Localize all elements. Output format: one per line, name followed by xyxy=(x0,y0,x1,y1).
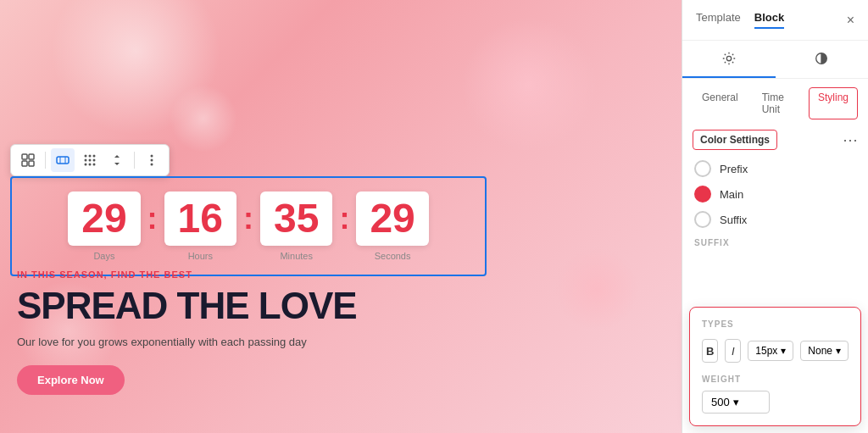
weight-chevron: ▾ xyxy=(733,396,739,408)
countdown-hours-value: 16 xyxy=(164,192,236,246)
decoration-select[interactable]: None ▾ xyxy=(800,341,849,361)
svg-rect-2 xyxy=(22,161,27,166)
color-option-suffix[interactable]: Suffix xyxy=(694,211,856,228)
countdown-hours-label: Hours xyxy=(188,251,213,261)
svg-point-7 xyxy=(85,155,87,158)
grid-icon xyxy=(84,154,96,166)
color-circle-suffix xyxy=(694,211,711,228)
block-icon-button[interactable] xyxy=(16,148,40,172)
svg-point-11 xyxy=(89,159,92,162)
suffix-section-label: SUFFIX xyxy=(694,238,730,247)
block-toolbar xyxy=(10,144,170,176)
panel-close-button[interactable]: × xyxy=(847,13,854,28)
color-label-suffix: Suffix xyxy=(720,214,747,226)
svg-point-18 xyxy=(151,164,153,166)
svg-point-14 xyxy=(89,164,92,166)
svg-rect-4 xyxy=(57,157,69,164)
vertical-dots-icon xyxy=(150,154,153,166)
toolbar-divider xyxy=(134,152,135,169)
types-label: TYPES xyxy=(702,319,849,329)
explore-button[interactable]: Explore Now xyxy=(17,365,125,395)
decorative-blob xyxy=(554,247,639,331)
weight-value: 500 xyxy=(711,396,730,408)
countdown-item-days: 29 Days xyxy=(68,192,140,261)
countdown-sep-3: : xyxy=(332,201,356,236)
weight-select[interactable]: 500 ▾ xyxy=(702,391,770,414)
toolbar-divider xyxy=(45,152,46,169)
settings-panel: Template Block × General Time Unit Styli… xyxy=(682,0,868,433)
gear-icon xyxy=(721,51,737,66)
layout-icon xyxy=(21,153,35,167)
decoration-chevron: ▾ xyxy=(836,345,841,357)
svg-point-12 xyxy=(93,159,96,162)
canvas-subtitle: In this season, find the best xyxy=(17,269,487,280)
svg-rect-0 xyxy=(22,154,27,159)
color-label-main: Main xyxy=(720,188,743,201)
more-options-button[interactable] xyxy=(140,148,164,172)
countdown-icon xyxy=(56,153,70,167)
panel-header: Template Block × xyxy=(682,0,868,41)
tab-block[interactable]: Block xyxy=(754,11,784,29)
panel-sub-tabs: General Time Unit Styling xyxy=(682,79,868,119)
subtab-time-unit[interactable]: Time Unit xyxy=(753,87,804,119)
color-settings-title: Color Settings xyxy=(693,130,777,150)
panel-icon-tabs xyxy=(682,41,868,79)
arrows-icon xyxy=(112,154,122,166)
panel-main-tabs: Template Block xyxy=(696,11,784,29)
svg-rect-1 xyxy=(29,154,34,159)
svg-point-16 xyxy=(151,155,153,158)
canvas-title: Spread The Love xyxy=(17,286,487,325)
canvas-content: In this season, find the best Spread The… xyxy=(17,269,487,395)
tab-general-icon[interactable] xyxy=(682,41,776,78)
subtab-styling[interactable]: Styling xyxy=(809,87,858,119)
color-circle-main xyxy=(694,186,711,203)
countdown-minutes-value: 35 xyxy=(260,192,332,246)
svg-point-17 xyxy=(151,159,153,162)
grid-icon-button[interactable] xyxy=(78,148,102,172)
countdown-seconds-label: Seconds xyxy=(375,251,411,261)
color-circle-prefix xyxy=(694,160,711,177)
countdown-item-seconds: 29 Seconds xyxy=(356,192,428,261)
color-option-prefix[interactable]: Prefix xyxy=(694,160,856,177)
tab-template[interactable]: Template xyxy=(696,11,741,29)
countdown-sep-1: : xyxy=(141,201,164,236)
svg-point-19 xyxy=(726,56,731,60)
color-label-prefix: Prefix xyxy=(720,163,748,175)
canvas-description: Our love for you grows exponentially wit… xyxy=(17,336,487,348)
arrows-button[interactable] xyxy=(105,148,129,172)
color-settings-section: Color Settings ⋯ xyxy=(682,119,868,157)
svg-point-8 xyxy=(89,155,92,158)
font-size-value: 15px xyxy=(755,345,777,357)
countdown-block[interactable]: 29 Days : 16 Hours : 35 Minutes : 29 Sec… xyxy=(10,176,487,276)
font-size-chevron: ▾ xyxy=(781,345,786,357)
svg-point-9 xyxy=(93,155,96,158)
svg-point-13 xyxy=(85,164,87,166)
svg-point-10 xyxy=(85,159,87,162)
section-more-button[interactable]: ⋯ xyxy=(843,132,858,147)
countdown-days-value: 29 xyxy=(68,192,140,246)
decoration-value: None xyxy=(808,345,832,357)
svg-point-15 xyxy=(93,164,96,166)
countdown-icon-button[interactable] xyxy=(51,148,75,172)
color-options-list: Prefix Main Suffix xyxy=(682,157,868,231)
countdown-minutes-label: Minutes xyxy=(280,251,313,261)
decorative-blob xyxy=(170,85,237,153)
countdown-item-minutes: 35 Minutes xyxy=(260,192,332,261)
suffix-label-bar: SUFFIX xyxy=(682,231,868,251)
suffix-popup: TYPES B I 15px ▾ None ▾ WEIGHT 500 ▾ xyxy=(689,307,861,426)
countdown-item-hours: 16 Hours xyxy=(164,192,236,261)
color-option-main[interactable]: Main xyxy=(694,186,856,203)
contrast-icon xyxy=(814,51,829,66)
font-size-select[interactable]: 15px ▾ xyxy=(748,341,793,361)
svg-rect-3 xyxy=(29,161,34,166)
tab-styling-icon[interactable] xyxy=(776,41,869,78)
canvas-area: 29 Days : 16 Hours : 35 Minutes : 29 Sec… xyxy=(0,0,682,433)
countdown-seconds-value: 29 xyxy=(356,192,428,246)
subtab-general[interactable]: General xyxy=(693,87,748,119)
countdown-sep-2: : xyxy=(236,201,260,236)
types-row: B I 15px ▾ None ▾ xyxy=(702,339,849,363)
countdown-days-label: Days xyxy=(93,251,114,261)
bold-button[interactable]: B xyxy=(702,339,718,363)
italic-button[interactable]: I xyxy=(725,339,741,363)
weight-label: WEIGHT xyxy=(702,375,849,384)
